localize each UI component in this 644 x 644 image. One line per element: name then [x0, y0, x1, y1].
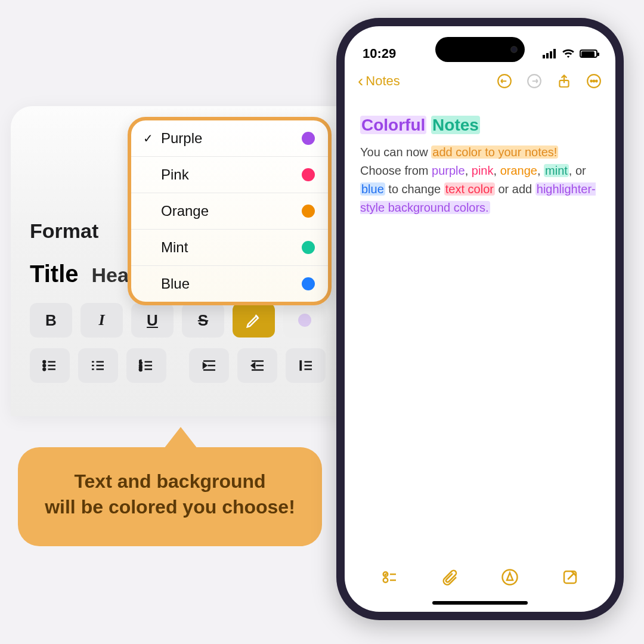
attachment-button[interactable] — [441, 568, 459, 586]
underline-button[interactable]: U — [131, 303, 174, 338]
italic-button[interactable]: I — [80, 303, 123, 338]
dashed-list-icon — [89, 357, 107, 374]
notes-nav-bar: ‹ Notes — [345, 64, 615, 93]
chevron-left-icon: ‹ — [358, 73, 363, 89]
text-to-change: to change — [385, 182, 444, 196]
svg-marker-25 — [252, 363, 255, 368]
color-picker-menu: ✓PurplePinkOrangeMintBlue — [128, 117, 332, 305]
checkmark-icon: ✓ — [142, 131, 154, 145]
callout-line-2: will be colored you choose! — [36, 494, 304, 520]
back-label: Notes — [366, 73, 400, 89]
block-quote-button[interactable] — [286, 348, 326, 383]
color-dot-icon — [302, 132, 315, 145]
svg-point-34 — [590, 80, 592, 82]
camera-dot-icon — [510, 46, 518, 53]
bulleted-list-button[interactable] — [30, 348, 70, 383]
color-option-label: Blue — [161, 275, 190, 292]
word-pink: pink — [472, 164, 494, 177]
wifi-icon — [562, 49, 575, 58]
highlight-button[interactable] — [233, 303, 275, 338]
indent-icon — [249, 357, 267, 374]
text-lead: You can now — [360, 145, 431, 159]
outdent-icon — [200, 357, 218, 374]
back-button[interactable]: ‹ Notes — [358, 73, 400, 89]
text-or: , or — [569, 164, 586, 177]
svg-point-2 — [44, 368, 46, 370]
ellipsis-circle-icon — [586, 73, 602, 89]
color-option-label: Orange — [161, 203, 209, 219]
battery-icon — [580, 49, 597, 58]
strikethrough-button[interactable]: S — [182, 303, 224, 338]
block-quote-icon — [297, 357, 315, 374]
svg-point-35 — [593, 80, 595, 82]
text-add-color: add color to your notes! — [431, 145, 558, 159]
word-mint: mint — [544, 164, 569, 177]
markup-button[interactable] — [501, 568, 519, 586]
svg-point-39 — [383, 578, 388, 583]
svg-point-36 — [596, 80, 597, 82]
status-indicators — [543, 49, 597, 58]
word-blue: blue — [360, 182, 385, 196]
undo-icon — [497, 73, 512, 89]
callout-bubble: Text and background will be colored you … — [18, 447, 322, 546]
word-text-color: text color — [444, 182, 495, 196]
color-swatch-button[interactable] — [283, 303, 326, 338]
home-indicator[interactable] — [432, 601, 528, 605]
outdent-button[interactable] — [189, 348, 229, 383]
style-title-option[interactable]: Title — [30, 261, 79, 287]
inline-format-row: B I U S — [30, 303, 326, 338]
color-dot-icon — [302, 241, 315, 254]
color-dot-icon — [302, 168, 315, 181]
color-swatch-dot-icon — [298, 314, 311, 327]
color-option-mint[interactable]: Mint — [131, 230, 328, 266]
more-button[interactable] — [586, 73, 602, 89]
phone-frame: 10:29 ‹ Notes — [336, 18, 624, 620]
text-choose: Choose from — [360, 164, 432, 177]
phone-screen: 10:29 ‹ Notes — [345, 26, 615, 612]
checklist-button[interactable] — [381, 568, 399, 586]
title-word-colorful: Colorful — [360, 116, 426, 134]
title-word-notes: Notes — [431, 116, 480, 134]
color-option-label: Pink — [161, 166, 189, 183]
redo-button[interactable] — [526, 73, 543, 89]
dashed-list-button[interactable] — [78, 348, 118, 383]
note-title: Colorful Notes — [360, 116, 600, 135]
svg-point-0 — [44, 361, 46, 363]
bulleted-list-icon — [41, 357, 58, 374]
redo-icon — [527, 73, 542, 89]
color-option-orange[interactable]: Orange — [131, 193, 328, 230]
color-option-label: Purple — [161, 130, 202, 147]
status-time: 10:29 — [363, 46, 396, 61]
cellular-signal-icon — [543, 49, 557, 58]
compose-button[interactable] — [561, 568, 579, 586]
text-or-add: or add — [495, 182, 535, 196]
color-option-blue[interactable]: Blue — [131, 266, 328, 302]
dynamic-island — [435, 37, 525, 62]
share-icon — [556, 73, 572, 89]
word-purple: purple — [432, 164, 465, 177]
color-option-pink[interactable]: Pink — [131, 157, 328, 193]
word-orange: orange — [500, 164, 537, 177]
numbered-list-icon: 123 — [137, 357, 155, 374]
svg-point-1 — [44, 364, 46, 367]
note-content[interactable]: Colorful Notes You can now add color to … — [345, 93, 615, 217]
numbered-list-button[interactable]: 123 — [126, 348, 166, 383]
note-paragraph: You can now add color to your notes! Cho… — [360, 143, 600, 217]
color-dot-icon — [302, 277, 315, 290]
color-option-purple[interactable]: ✓Purple — [131, 120, 328, 157]
indent-button[interactable] — [237, 348, 277, 383]
list-format-row: 123 — [30, 348, 326, 383]
undo-button[interactable] — [496, 73, 513, 89]
svg-text:3: 3 — [140, 367, 142, 372]
pencil-icon — [245, 311, 263, 329]
svg-marker-21 — [203, 363, 206, 368]
share-button[interactable] — [556, 73, 572, 89]
color-dot-icon — [302, 205, 315, 218]
color-option-label: Mint — [161, 239, 188, 256]
bold-button[interactable]: B — [30, 303, 72, 338]
callout-line-1: Text and background — [36, 469, 304, 494]
